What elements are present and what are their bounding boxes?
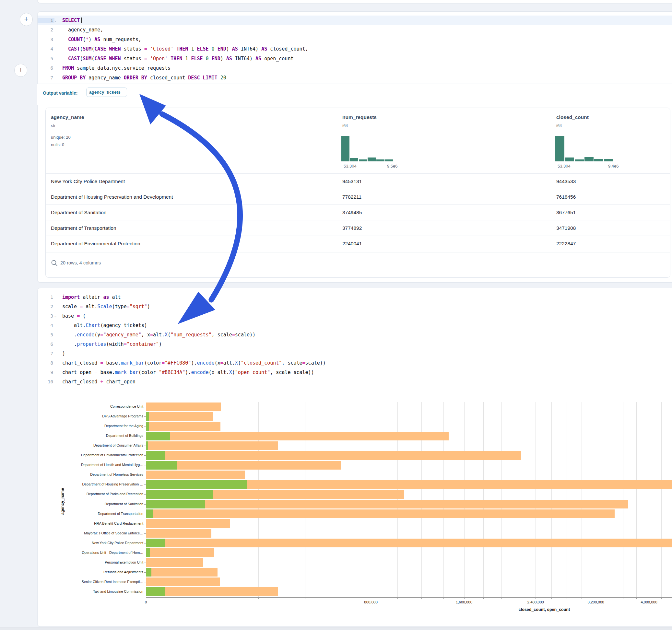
- bar-open-count[interactable]: [146, 548, 150, 557]
- token: THEN: [176, 46, 188, 52]
- code-line[interactable]: 5 CAST(SUM(CASE WHEN status = 'Open' THE…: [38, 54, 672, 64]
- token: AS: [94, 37, 100, 43]
- code-line[interactable]: 10chart_closed + chart_open: [38, 377, 672, 386]
- bar-open-count[interactable]: [146, 500, 205, 508]
- bar-closed-count[interactable]: [146, 422, 220, 431]
- table-cell: 7618456: [556, 189, 576, 205]
- code-line[interactable]: 5 .encode(y="agency_name", x=alt.X("num_…: [38, 330, 672, 339]
- bar-open-count[interactable]: [146, 587, 165, 596]
- token: num_requests,: [100, 37, 141, 43]
- bar-open-count[interactable]: [146, 480, 247, 489]
- table-row[interactable]: Department of Environmental Protection22…: [46, 236, 670, 251]
- bar-open-count[interactable]: [146, 451, 165, 460]
- token: "#8BC34A": [159, 369, 185, 375]
- bar-open-count[interactable]: [146, 490, 213, 499]
- bar-open-count[interactable]: [146, 412, 149, 421]
- code-line[interactable]: 8chart_closed = base.mark_bar(color="#FF…: [38, 358, 672, 367]
- token: properties: [77, 341, 106, 347]
- table-row[interactable]: Department of Sanitation37494853677651: [46, 204, 670, 220]
- fold-chevron-icon[interactable]: ⌄: [54, 19, 60, 22]
- histogram-bar: [594, 159, 603, 162]
- output-variable-input[interactable]: agency_tickets: [86, 88, 127, 97]
- bar-closed-count[interactable]: [146, 558, 203, 567]
- token: scale: [62, 304, 80, 310]
- table-row[interactable]: Department of Housing Preservation and D…: [46, 189, 670, 205]
- bar-closed-count[interactable]: [146, 548, 214, 557]
- column-header[interactable]: closed_count: [556, 114, 589, 120]
- bar-open-count[interactable]: [146, 461, 177, 469]
- histogram-min-label: 53,304: [344, 164, 357, 169]
- token: X: [229, 369, 232, 375]
- bar-open-count[interactable]: [146, 509, 153, 518]
- token: scale)): [293, 369, 314, 375]
- token: "agency_name": [103, 332, 141, 338]
- token: closed_count: [147, 75, 188, 81]
- token: ).: [191, 360, 197, 366]
- bar-closed-count[interactable]: [146, 470, 245, 479]
- token: alt.: [223, 360, 235, 366]
- token: *: [86, 37, 89, 43]
- fold-chevron-icon[interactable]: ⌄: [54, 314, 60, 318]
- code-line[interactable]: 7): [38, 349, 672, 358]
- line-number: 10: [38, 379, 54, 384]
- text-cursor: [81, 18, 82, 23]
- token: import: [62, 294, 80, 300]
- bar-closed-count[interactable]: [146, 587, 278, 596]
- code-line[interactable]: 9chart_open = base.mark_bar(color="#8BC3…: [38, 367, 672, 377]
- token: scale)): [235, 332, 256, 338]
- bar-closed-count[interactable]: [146, 519, 230, 528]
- table-cell: 3677651: [556, 205, 576, 220]
- bar-closed-count[interactable]: [146, 412, 213, 421]
- y-axis-label: New York City Police Department: [46, 541, 143, 545]
- sql-code-editor[interactable]: 1⌄SELECT2 agency_name,3 COUNT(*) AS num_…: [38, 16, 672, 83]
- bar-closed-count[interactable]: [146, 500, 628, 508]
- bar-open-count[interactable]: [146, 432, 170, 440]
- column-header[interactable]: num_requests: [342, 114, 377, 120]
- bar-closed-count[interactable]: [146, 432, 449, 440]
- token: , x: [141, 332, 150, 338]
- line-number: 3: [38, 313, 54, 319]
- token: WHEN: [109, 46, 121, 52]
- line-number: 6: [38, 66, 54, 71]
- code-line[interactable]: 2scale = alt.Scale(type="sqrt"): [38, 302, 672, 311]
- column-header[interactable]: agency_name: [51, 114, 84, 120]
- code-line[interactable]: 1⌄SELECT: [38, 16, 672, 25]
- code-line[interactable]: 6FROM sample_data.nyc.service_requests: [38, 64, 672, 73]
- code-line[interactable]: 4 CAST(SUM(CASE WHEN status = 'Closed' T…: [38, 44, 672, 54]
- bar-open-count[interactable]: [146, 422, 149, 431]
- bar-closed-count[interactable]: [146, 568, 217, 577]
- python-code-editor[interactable]: 1import altair as alt2scale = alt.Scale(…: [38, 292, 672, 386]
- add-cell-button-output[interactable]: +: [14, 64, 27, 77]
- bar-closed-count[interactable]: [146, 441, 278, 450]
- code-line[interactable]: 4 alt.Chart(agency_tickets): [38, 320, 672, 330]
- bar-open-count[interactable]: [146, 539, 165, 547]
- bar-open-count[interactable]: [146, 441, 148, 450]
- bar-closed-count[interactable]: [146, 403, 221, 411]
- token: encode: [77, 332, 94, 338]
- token: (: [238, 360, 241, 366]
- code-line[interactable]: 2 agency_name,: [38, 25, 672, 35]
- table-row[interactable]: New York City Police Department945313194…: [46, 173, 670, 189]
- code-line[interactable]: 3 COUNT(*) AS num_requests,: [38, 35, 672, 44]
- bar-closed-count[interactable]: [146, 578, 220, 586]
- table-row[interactable]: Department of Transportation377489234719…: [46, 220, 670, 236]
- code-line[interactable]: 3⌄base = (: [38, 311, 672, 320]
- table-footer: 20 rows, 4 columns: [46, 252, 670, 277]
- histogram-bar: [350, 158, 358, 162]
- bar-closed-count[interactable]: [146, 451, 521, 460]
- code-line[interactable]: 6 .properties(width="container"): [38, 339, 672, 349]
- add-cell-button-top[interactable]: +: [20, 13, 33, 26]
- histogram-bar: [376, 160, 384, 162]
- line-number: 5: [38, 332, 54, 337]
- code-line[interactable]: 1import altair as alt: [38, 292, 672, 302]
- token: END: [217, 46, 226, 52]
- x-axis-tick: [535, 597, 536, 599]
- bar-open-count[interactable]: [146, 568, 151, 577]
- bar-closed-count[interactable]: [146, 529, 211, 538]
- bar-closed-count[interactable]: [146, 539, 672, 547]
- x-axis-tick: [649, 597, 649, 599]
- code-line[interactable]: 7GROUP BY agency_name ORDER BY closed_co…: [38, 73, 672, 83]
- search-icon[interactable]: [51, 260, 58, 267]
- bar-closed-count[interactable]: [146, 509, 615, 518]
- y-axis-label: Senior Citizen Rent Increase Exempti…: [46, 580, 143, 584]
